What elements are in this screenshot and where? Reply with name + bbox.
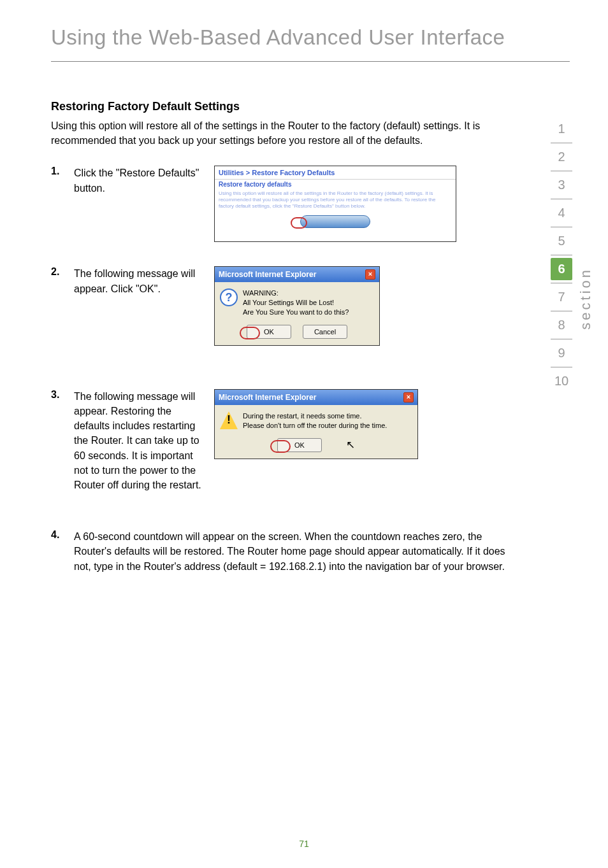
cancel-button[interactable]: Cancel	[303, 325, 347, 339]
close-icon[interactable]: ×	[365, 269, 375, 280]
nav-6-active[interactable]: 6	[551, 258, 572, 280]
nav-9[interactable]: 9	[551, 342, 572, 364]
dialog2-line1: WARNING:	[243, 288, 349, 298]
ok-button[interactable]: OK	[277, 438, 322, 452]
screenshot-restart-dialog: Microsoft Internet Explorer × ! During t…	[214, 389, 418, 459]
close-icon[interactable]: ×	[403, 392, 414, 402]
screenshot-warning-dialog: Microsoft Internet Explorer × ? WARNING:…	[214, 266, 380, 346]
step-4-row: 4. A 60-second countdown will appear on …	[51, 529, 570, 574]
nav-sep	[551, 255, 572, 255]
step-4-number: 4.	[51, 529, 74, 541]
nav-sep	[551, 283, 572, 283]
nav-5[interactable]: 5	[551, 230, 572, 252]
screenshot-restore-defaults-panel: Utilities > Restore Factory Defaults Res…	[214, 166, 456, 242]
nav-sep	[551, 199, 572, 199]
subheading-restoring-defaults: Restoring Factory Default Settings	[51, 100, 570, 113]
step-3-number: 3.	[51, 389, 74, 401]
panel-body-text: Using this option will restore all of th…	[215, 189, 456, 210]
dialog2-title-text: Microsoft Internet Explorer	[219, 270, 316, 279]
page-number: 71	[299, 839, 309, 849]
panel-header: Utilities > Restore Factory Defaults	[215, 166, 456, 180]
nav-sep	[551, 367, 572, 367]
restore-defaults-button[interactable]	[300, 215, 370, 228]
nav-3[interactable]: 3	[551, 174, 572, 196]
step-1-row: 1. Click the "Restore Defaults" button. …	[51, 166, 570, 242]
dialog2-buttons: OK Cancel	[215, 322, 379, 345]
nav-1[interactable]: 1	[551, 118, 572, 140]
title-rule	[51, 61, 570, 62]
section-nav: 1 2 3 4 5 6 7 8 9 10	[551, 118, 572, 392]
dialog2-body: ? WARNING: All Your Settings Will be Los…	[215, 282, 379, 322]
dialog3-body: ! During the restart, it needs some time…	[215, 405, 417, 436]
step-3-text: The following message will appear. Resto…	[74, 389, 214, 492]
page-title: Using the Web-Based Advanced User Interf…	[51, 25, 570, 50]
nav-sep	[551, 311, 572, 311]
nav-4[interactable]: 4	[551, 202, 572, 224]
dialog2-line3: Are You Sure You want to do this?	[243, 308, 349, 317]
panel-subheader: Restore factory defaults	[215, 180, 456, 189]
dialog3-buttons: OK ↖	[215, 436, 417, 459]
dialog2-message: WARNING: All Your Settings Will be Lost!…	[243, 288, 349, 317]
dialog3-titlebar: Microsoft Internet Explorer ×	[215, 390, 417, 405]
dialog2-titlebar: Microsoft Internet Explorer ×	[215, 267, 379, 282]
cursor-icon: ↖	[346, 438, 355, 452]
nav-sep	[551, 339, 572, 339]
step-2-row: 2. The following message will appear. Cl…	[51, 266, 570, 346]
step-4-text: A 60-second countdown will appear on the…	[74, 529, 507, 574]
dialog3-line2: Please don't turn off the router during …	[243, 421, 387, 430]
nav-sep	[551, 227, 572, 227]
nav-7[interactable]: 7	[551, 286, 572, 308]
dialog3-message: During the restart, it needs some time. …	[243, 411, 387, 430]
step-1-number: 1.	[51, 166, 74, 177]
nav-8[interactable]: 8	[551, 314, 572, 336]
dialog2-line2: All Your Settings Will be Lost!	[243, 298, 349, 308]
dialog3-line1: During the restart, it needs some time.	[243, 411, 387, 421]
nav-10[interactable]: 10	[551, 370, 572, 392]
step-2-text: The following message will appear. Click…	[74, 266, 214, 295]
dialog3-title-text: Microsoft Internet Explorer	[219, 393, 316, 402]
section-label: section	[577, 267, 594, 330]
step-3-row: 3. The following message will appear. Re…	[51, 389, 570, 492]
question-icon: ?	[220, 288, 238, 306]
nav-sep	[551, 171, 572, 171]
ok-button[interactable]: OK	[247, 325, 291, 339]
step-2-number: 2.	[51, 266, 74, 278]
step-1-text: Click the "Restore Defaults" button.	[74, 166, 214, 195]
nav-2[interactable]: 2	[551, 146, 572, 168]
nav-sep	[551, 143, 572, 143]
warning-icon: !	[220, 411, 238, 429]
intro-paragraph: Using this option will restore all of th…	[51, 118, 497, 148]
